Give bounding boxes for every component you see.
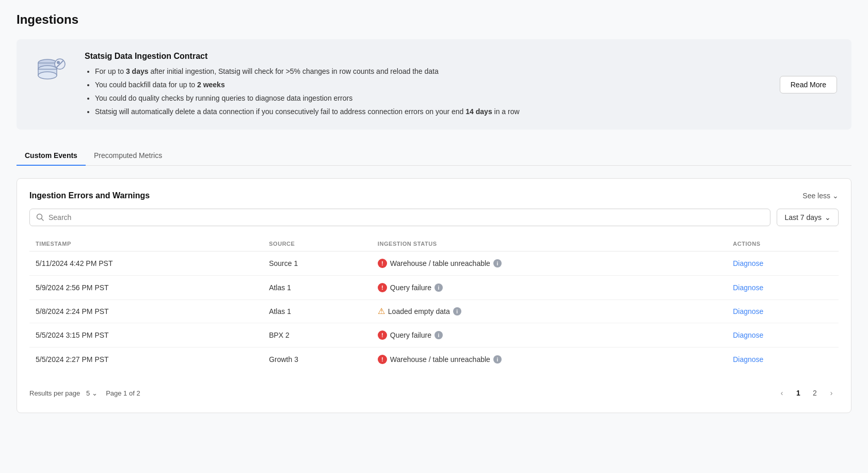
status-text: Warehouse / table unreachable bbox=[390, 355, 490, 364]
cell-action: Diagnose bbox=[727, 300, 839, 323]
tab-custom-events[interactable]: Custom Events bbox=[17, 146, 86, 166]
page-title: Ingestions bbox=[17, 12, 851, 27]
col-actions: ACTIONS bbox=[727, 236, 839, 251]
card-title: Ingestion Errors and Warnings bbox=[29, 191, 150, 200]
cell-status: !Query failurei bbox=[372, 276, 727, 300]
see-less-button[interactable]: See less ⌄ bbox=[802, 192, 839, 200]
diagnose-link[interactable]: Diagnose bbox=[733, 307, 763, 316]
cell-source: Growth 3 bbox=[263, 348, 372, 372]
error-icon: ! bbox=[378, 259, 387, 268]
status-text: Query failure bbox=[390, 331, 431, 339]
cell-status: !Warehouse / table unreachablei bbox=[372, 251, 727, 276]
footer-left: Results per page 5 ⌄ Page 1 of 2 bbox=[29, 389, 140, 397]
cell-timestamp: 5/11/2024 4:42 PM PST bbox=[29, 251, 263, 276]
table-row: 5/5/2024 2:27 PM PSTGrowth 3!Warehouse /… bbox=[29, 348, 839, 372]
error-icon: ! bbox=[378, 355, 387, 364]
errors-table: TIMESTAMP SOURCE INGESTION STATUS ACTION… bbox=[29, 236, 839, 371]
results-per-page[interactable]: Results per page 5 ⌄ bbox=[29, 389, 98, 397]
status-badge: !Warehouse / table unreachablei bbox=[378, 259, 720, 268]
status-badge: ⚠Loaded empty datai bbox=[378, 307, 720, 316]
table-footer: Results per page 5 ⌄ Page 1 of 2 ‹ 1 2 › bbox=[29, 380, 839, 400]
info-icon[interactable]: i bbox=[493, 259, 502, 267]
col-source: SOURCE bbox=[263, 236, 372, 251]
error-icon: ! bbox=[378, 330, 387, 340]
diagnose-link[interactable]: Diagnose bbox=[733, 355, 763, 364]
table-body: 5/11/2024 4:42 PM PSTSource 1!Warehouse … bbox=[29, 251, 839, 372]
chevron-down-icon: ⌄ bbox=[825, 213, 831, 222]
cell-source: Atlas 1 bbox=[263, 276, 372, 300]
bullet-3: You could do quality checks by running q… bbox=[95, 93, 837, 104]
pagination: ‹ 1 2 › bbox=[775, 386, 839, 400]
results-per-page-label: Results per page bbox=[29, 389, 80, 397]
svg-point-7 bbox=[57, 61, 60, 64]
search-input[interactable] bbox=[49, 213, 764, 222]
info-card-bullets: For up to 3 days after initial ingestion… bbox=[85, 66, 837, 117]
cell-status: !Warehouse / table unreachablei bbox=[372, 348, 727, 372]
info-icon[interactable]: i bbox=[435, 331, 443, 339]
tabs-container: Custom Events Precomputed Metrics bbox=[17, 146, 851, 166]
warning-icon: ⚠ bbox=[378, 307, 385, 316]
info-card: Statsig Data Ingestion Contract For up t… bbox=[17, 39, 851, 130]
status-text: Query failure bbox=[390, 283, 431, 292]
cell-action: Diagnose bbox=[727, 276, 839, 300]
info-icon[interactable]: i bbox=[493, 355, 502, 364]
cell-source: Atlas 1 bbox=[263, 300, 372, 323]
results-per-page-chevron: ⌄ bbox=[92, 389, 98, 397]
ingestion-icon bbox=[31, 52, 72, 93]
page-info: Page 1 of 2 bbox=[106, 389, 140, 397]
date-filter-button[interactable]: Last 7 days ⌄ bbox=[777, 209, 839, 226]
diagnose-link[interactable]: Diagnose bbox=[733, 259, 763, 267]
cell-status: !Query failurei bbox=[372, 323, 727, 348]
table-row: 5/8/2024 2:24 PM PSTAtlas 1⚠Loaded empty… bbox=[29, 300, 839, 323]
table-row: 5/9/2024 2:56 PM PSTAtlas 1!Query failur… bbox=[29, 276, 839, 300]
table-row: 5/11/2024 4:42 PM PSTSource 1!Warehouse … bbox=[29, 251, 839, 276]
error-icon: ! bbox=[378, 283, 387, 292]
info-card-title: Statsig Data Ingestion Contract bbox=[85, 52, 837, 61]
cell-source: Source 1 bbox=[263, 251, 372, 276]
bullet-1: For up to 3 days after initial ingestion… bbox=[95, 66, 837, 77]
card-header: Ingestion Errors and Warnings See less ⌄ bbox=[29, 191, 839, 200]
cell-action: Diagnose bbox=[727, 323, 839, 348]
info-card-content: Statsig Data Ingestion Contract For up t… bbox=[85, 52, 837, 117]
cell-status: ⚠Loaded empty datai bbox=[372, 300, 727, 323]
table-header: TIMESTAMP SOURCE INGESTION STATUS ACTION… bbox=[29, 236, 839, 251]
errors-warnings-card: Ingestion Errors and Warnings See less ⌄… bbox=[17, 178, 851, 413]
cell-timestamp: 5/8/2024 2:24 PM PST bbox=[29, 300, 263, 323]
date-filter-label: Last 7 days bbox=[784, 213, 822, 222]
diagnose-link[interactable]: Diagnose bbox=[733, 283, 763, 292]
status-badge: !Query failurei bbox=[378, 283, 720, 292]
info-icon[interactable]: i bbox=[435, 283, 443, 292]
tab-precomputed-metrics[interactable]: Precomputed Metrics bbox=[86, 146, 170, 166]
bullet-2: You could backfill data for up to 2 week… bbox=[95, 80, 837, 90]
status-text: Loaded empty data bbox=[388, 307, 450, 316]
bullet-4: Statsig will automatically delete a data… bbox=[95, 106, 837, 117]
cell-source: BPX 2 bbox=[263, 323, 372, 348]
col-timestamp: TIMESTAMP bbox=[29, 236, 263, 251]
svg-line-9 bbox=[42, 219, 44, 221]
status-text: Warehouse / table unreachable bbox=[390, 259, 490, 267]
status-badge: !Warehouse / table unreachablei bbox=[378, 355, 720, 364]
svg-point-4 bbox=[38, 72, 57, 79]
search-filter-row: Last 7 days ⌄ bbox=[29, 209, 839, 226]
cell-action: Diagnose bbox=[727, 348, 839, 372]
next-page-button[interactable]: › bbox=[824, 386, 839, 400]
prev-page-button[interactable]: ‹ bbox=[775, 386, 789, 400]
search-icon bbox=[36, 213, 44, 222]
info-icon[interactable]: i bbox=[453, 307, 461, 316]
table-row: 5/5/2024 3:15 PM PSTBPX 2!Query failurei… bbox=[29, 323, 839, 348]
cell-timestamp: 5/9/2024 2:56 PM PST bbox=[29, 276, 263, 300]
diagnose-link[interactable]: Diagnose bbox=[733, 331, 763, 339]
search-box[interactable] bbox=[29, 209, 770, 226]
cell-action: Diagnose bbox=[727, 251, 839, 276]
results-per-page-value: 5 bbox=[86, 389, 90, 397]
read-more-button[interactable]: Read More bbox=[780, 76, 837, 93]
cell-timestamp: 5/5/2024 2:27 PM PST bbox=[29, 348, 263, 372]
cell-timestamp: 5/5/2024 3:15 PM PST bbox=[29, 323, 263, 348]
page-2-button[interactable]: 2 bbox=[808, 386, 822, 400]
page-1-button[interactable]: 1 bbox=[791, 386, 806, 400]
status-badge: !Query failurei bbox=[378, 330, 720, 340]
col-status: INGESTION STATUS bbox=[372, 236, 727, 251]
chevron-up-icon: ⌄ bbox=[832, 192, 839, 200]
